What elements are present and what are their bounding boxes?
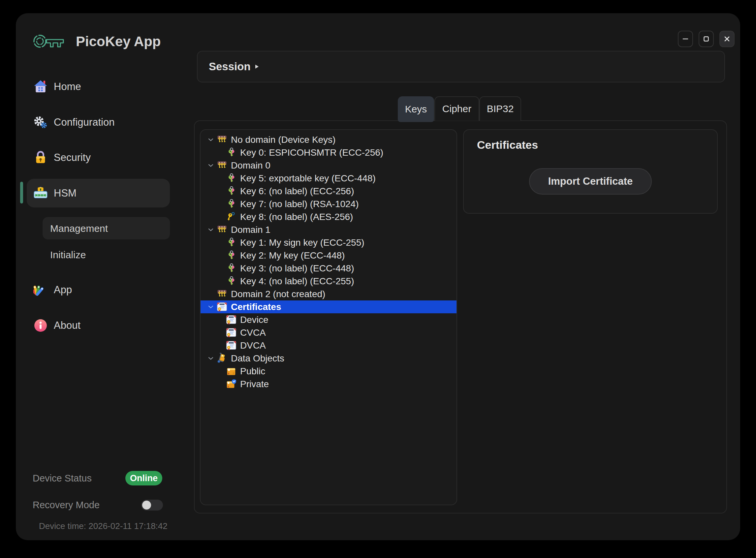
tree-item-icon — [226, 366, 237, 377]
tree-row[interactable]: DVCA — [201, 339, 456, 352]
chevron-down-icon[interactable] — [207, 162, 215, 169]
maximize-icon — [702, 35, 710, 43]
tree-row[interactable]: CVCA — [201, 326, 456, 339]
sidebar-item-security[interactable]: Security — [33, 147, 91, 168]
tree-row[interactable]: Domain 1 — [201, 223, 456, 236]
tree-item-label: Key 3: (no label) (ECC-448) — [240, 263, 354, 274]
sidebar-item-label: Home — [54, 81, 81, 93]
device-status-badge: Online — [125, 471, 162, 485]
app-colors-icon — [33, 283, 49, 297]
chevron-down-icon[interactable] — [207, 226, 215, 233]
package-shield-icon — [226, 379, 237, 390]
session-header[interactable]: Session — [197, 51, 725, 82]
certificates-title: Certificates — [477, 138, 538, 151]
tree-item-label: Key 8: (no label) (AES-256) — [240, 212, 353, 222]
domain-keys-icon — [217, 134, 228, 146]
tree-row[interactable]: Key 6: (no label) (ECC-256) — [201, 185, 456, 198]
tree-row[interactable]: Key 5: exportable key (ECC-448) — [201, 172, 456, 185]
keypair-icon — [226, 250, 237, 261]
tree-row[interactable]: Certificates — [201, 300, 456, 313]
sidebar-item-about[interactable]: About — [33, 315, 80, 336]
tree-item-icon — [226, 211, 237, 223]
device-status-row: Device Status — [33, 467, 92, 489]
tab-bip32[interactable]: BIP32 — [479, 96, 521, 121]
tree-row[interactable]: Domain 0 — [201, 159, 456, 172]
import-certificate-button[interactable]: Import Certificate — [529, 168, 652, 195]
minimize-icon — [681, 35, 690, 43]
minimize-button[interactable] — [678, 31, 693, 47]
close-button[interactable] — [720, 31, 735, 47]
dolly-icon — [217, 353, 228, 364]
app-window: PicoKey App Home — [16, 13, 740, 540]
toggle-knob — [142, 501, 151, 509]
house-icon — [33, 79, 49, 94]
tab-keys[interactable]: Keys — [398, 96, 434, 122]
keypair-icon — [226, 147, 237, 158]
domain-keys-icon — [217, 224, 228, 235]
device-time: Device time: 2026-02-11 17:18:42 — [39, 521, 168, 531]
tree-item-icon — [226, 379, 237, 390]
tree-item-label: Key 6: (no label) (ECC-256) — [240, 186, 354, 197]
tree-item-icon — [217, 353, 228, 364]
keypair-icon — [226, 173, 237, 184]
tree-row[interactable]: Data Objects — [201, 352, 456, 365]
gears-icon — [33, 115, 49, 130]
tree-row[interactable]: Device — [201, 313, 456, 326]
tree-row[interactable]: Key 0: ESPICOHSMTR (ECC-256) — [201, 146, 456, 159]
sidebar-item-app[interactable]: App — [33, 279, 72, 300]
recovery-mode-row: Recovery Mode — [33, 494, 100, 515]
tree-item-icon — [226, 199, 237, 210]
sidebar-item-home[interactable]: Home — [33, 76, 81, 97]
tree-item-icon — [226, 186, 237, 197]
chevron-down-icon[interactable] — [207, 136, 215, 144]
tab-cipher[interactable]: Cipher — [434, 96, 479, 121]
hsm-password-icon — [33, 186, 49, 201]
chevron-down-icon[interactable] — [207, 303, 215, 311]
chevron-down-icon[interactable] — [207, 355, 215, 362]
tree-item-label: Domain 1 — [231, 225, 271, 235]
domain-keys-icon — [217, 160, 228, 171]
tree-row[interactable]: Key 7: (no label) (RSA-1024) — [201, 198, 456, 210]
tree-row[interactable]: Key 1: My sign key (ECC-255) — [201, 236, 456, 249]
recovery-mode-label: Recovery Mode — [33, 500, 100, 510]
tree-row[interactable]: Public — [201, 365, 456, 378]
tree-item-icon — [217, 160, 228, 171]
key-tree[interactable]: No domain (Device Keys) Key 0: ESPICOHSM… — [200, 129, 457, 505]
sidebar-subitem-management[interactable]: Management — [50, 218, 108, 239]
app-logo — [33, 30, 66, 53]
sidebar-item-configuration[interactable]: Configuration — [33, 112, 115, 133]
tree-item-label: CVCA — [240, 328, 266, 338]
tree-item-icon — [226, 314, 237, 326]
tree-row[interactable]: Key 8: (no label) (AES-256) — [201, 210, 456, 223]
sidebar-active-indicator — [20, 182, 23, 203]
maximize-button[interactable] — [699, 31, 714, 47]
tree-row[interactable]: Key 3: (no label) (ECC-448) — [201, 262, 456, 275]
tree-row[interactable]: Key 2: My key (ECC-448) — [201, 249, 456, 262]
keypair-icon — [226, 199, 237, 210]
tree-row[interactable]: Private — [201, 378, 456, 390]
tree-item-label: Key 1: My sign key (ECC-255) — [240, 237, 364, 248]
tree-item-label: Key 7: (no label) (RSA-1024) — [240, 199, 359, 209]
sidebar-item-label: App — [54, 284, 72, 296]
package-icon — [226, 366, 237, 377]
tree-item-icon — [226, 173, 237, 184]
certificate-icon — [226, 327, 237, 338]
tree-item-label: Domain 2 (not created) — [231, 289, 325, 300]
tree-item-icon — [217, 301, 228, 313]
tree-item-icon — [226, 237, 237, 248]
sidebar-item-hsm[interactable]: HSM — [33, 183, 77, 204]
tree-item-label: Certificates — [231, 302, 281, 312]
certificate-icon — [226, 314, 237, 326]
recovery-mode-toggle[interactable] — [141, 500, 163, 510]
tree-item-label: Data Objects — [231, 353, 284, 364]
tree-row[interactable]: No domain (Device Keys) — [201, 133, 456, 146]
tree-item-label: Key 5: exportable key (ECC-448) — [240, 173, 376, 184]
tree-row[interactable]: Domain 2 (not created) — [201, 287, 456, 300]
sidebar-subitem-initialize[interactable]: Initialize — [50, 244, 86, 265]
tree-item-label: DVCA — [240, 340, 266, 351]
padlock-icon — [33, 150, 49, 165]
tree-row[interactable]: Key 4: (no label) (ECC-255) — [201, 275, 456, 287]
tree-item-icon — [217, 288, 228, 300]
tree-item-icon — [226, 340, 237, 351]
tree-item-icon — [226, 276, 237, 287]
